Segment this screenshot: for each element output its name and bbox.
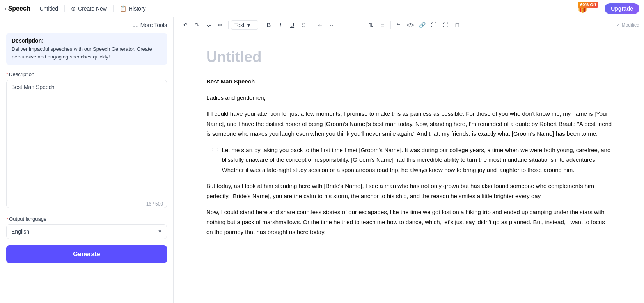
description-info-box: Description: Deliver impactful speeches … xyxy=(6,33,167,65)
undo-button[interactable]: ↶ xyxy=(180,19,191,30)
eraser-button[interactable]: ✏ xyxy=(215,19,226,30)
text-align-button[interactable]: ≡ xyxy=(377,19,388,30)
description-textarea[interactable]: Best Man Speech xyxy=(6,80,167,208)
paragraph-3-ctrl-btns: + ⋮⋮ xyxy=(206,146,220,154)
doc-paragraph-4: But today, as I look at him standing her… xyxy=(206,181,613,201)
editor-toolbar: ↶ ↷ 🗨 ✏ Text ▼ B I U S ⇤ ↔ ⋯ ⋮ ⇅ ≡ ❝ </> xyxy=(175,17,644,33)
document-body[interactable]: Best Man Speech Ladies and gentlemen, If… xyxy=(206,76,613,237)
text-style-arrow: ▼ xyxy=(246,22,252,28)
more-tools-row: ☷ More Tools xyxy=(6,22,167,28)
chevron-left-icon: ‹ xyxy=(5,5,7,12)
page-break-button[interactable]: □ xyxy=(452,19,463,30)
toolbar-sep-5 xyxy=(390,21,391,29)
description-box-label: Description: xyxy=(12,37,161,44)
char-count: 16 / 500 xyxy=(146,201,163,207)
line-height-button[interactable]: ⇅ xyxy=(365,19,376,30)
blockquote-button[interactable]: ❝ xyxy=(393,19,404,30)
more-tools-button[interactable]: ☷ More Tools xyxy=(133,22,167,28)
description-textarea-wrap: Best Man Speech 16 / 500 xyxy=(6,80,167,210)
top-nav: ‹ Speech Untitled ⊕ Create New 📋 History… xyxy=(0,0,644,17)
nav-separator-2 xyxy=(113,5,114,12)
add-paragraph-button[interactable]: + xyxy=(206,146,209,154)
toolbar-sep-4 xyxy=(363,21,363,29)
link-button[interactable]: 🔗 xyxy=(417,19,428,30)
create-new-button[interactable]: ⊕ Create New xyxy=(71,5,107,12)
italic-button[interactable]: I xyxy=(275,19,286,30)
toolbar-sep-1 xyxy=(228,21,229,29)
grid-icon: ☷ xyxy=(133,22,138,28)
description-label-text: Description xyxy=(9,71,34,77)
doc-paragraph-5: Now, I could stand here and share countl… xyxy=(206,207,613,237)
redo-button[interactable]: ↷ xyxy=(192,19,202,30)
underline-button[interactable]: U xyxy=(287,19,298,30)
output-language-label: * Output language xyxy=(6,216,167,222)
nav-untitled-label: Untitled xyxy=(40,5,58,12)
text-style-label: Text xyxy=(234,22,245,28)
checkmark-icon: ✓ xyxy=(616,22,620,28)
discount-badge: 60% Off xyxy=(578,2,598,8)
strikethrough-button[interactable]: S xyxy=(298,19,309,30)
ordered-list-button[interactable]: ⋯ xyxy=(338,19,349,30)
image-button[interactable]: ⛶ xyxy=(428,19,439,30)
plus-circle-icon: ⊕ xyxy=(71,5,76,12)
unordered-list-button[interactable]: ⋮ xyxy=(349,19,360,30)
description-box-text: Deliver impactful speeches with our Spee… xyxy=(12,45,161,60)
sidebar: ☷ More Tools Description: Deliver impact… xyxy=(0,17,174,303)
doc-heading: Best Man Speech xyxy=(206,76,613,87)
text-style-dropdown[interactable]: Text ▼ xyxy=(231,20,258,30)
main-layout: ☷ More Tools Description: Deliver impact… xyxy=(0,17,644,303)
description-field-label: * Description xyxy=(6,71,167,77)
align-center-button[interactable]: ↔ xyxy=(326,19,337,30)
document-title[interactable]: Untitled xyxy=(206,49,613,66)
nav-brand-label: Speech xyxy=(8,5,30,12)
history-label: History xyxy=(129,5,146,12)
content-area[interactable]: Untitled Best Man Speech Ladies and gent… xyxy=(175,33,644,303)
language-select[interactable]: English Spanish French German xyxy=(6,224,167,239)
comment-button[interactable]: 🗨 xyxy=(203,19,214,30)
generate-button[interactable]: Generate xyxy=(6,245,167,263)
required-asterisk: * xyxy=(6,71,8,77)
more-tools-label: More Tools xyxy=(140,22,167,28)
doc-paragraph-2: If I could have your attention for just … xyxy=(206,109,613,139)
nav-separator-1 xyxy=(64,5,65,12)
editor-area: ↶ ↷ 🗨 ✏ Text ▼ B I U S ⇤ ↔ ⋯ ⋮ ⇅ ≡ ❝ </> xyxy=(175,17,644,303)
doc-paragraph-1: Ladies and gentlemen, xyxy=(206,93,613,103)
code-button[interactable]: </> xyxy=(405,19,416,30)
language-select-wrap: English Spanish French German ▼ xyxy=(6,224,167,239)
discount-badge-area: 🎁 60% Off xyxy=(578,4,587,13)
toolbar-sep-2 xyxy=(261,21,261,29)
drag-handle[interactable]: ⋮⋮ xyxy=(210,146,220,154)
fullscreen-button[interactable]: ⛶ xyxy=(440,19,451,30)
create-new-label: Create New xyxy=(78,5,107,12)
align-left-button[interactable]: ⇤ xyxy=(314,19,325,30)
modified-label: ✓ Modified xyxy=(616,22,639,28)
output-required-asterisk: * xyxy=(6,216,8,222)
paragraph-3-controls: + ⋮⋮ Let me start by taking you back to … xyxy=(206,145,613,181)
output-language-text: Output language xyxy=(9,216,46,222)
history-button[interactable]: 📋 History xyxy=(120,5,146,12)
upgrade-button[interactable]: Upgrade xyxy=(605,3,639,14)
doc-paragraph-3: Let me start by taking you back to the f… xyxy=(222,145,613,175)
toolbar-sep-3 xyxy=(312,21,312,29)
bold-button[interactable]: B xyxy=(263,19,274,30)
history-icon: 📋 xyxy=(120,5,126,12)
nav-back-button[interactable]: ‹ Speech xyxy=(5,5,30,12)
